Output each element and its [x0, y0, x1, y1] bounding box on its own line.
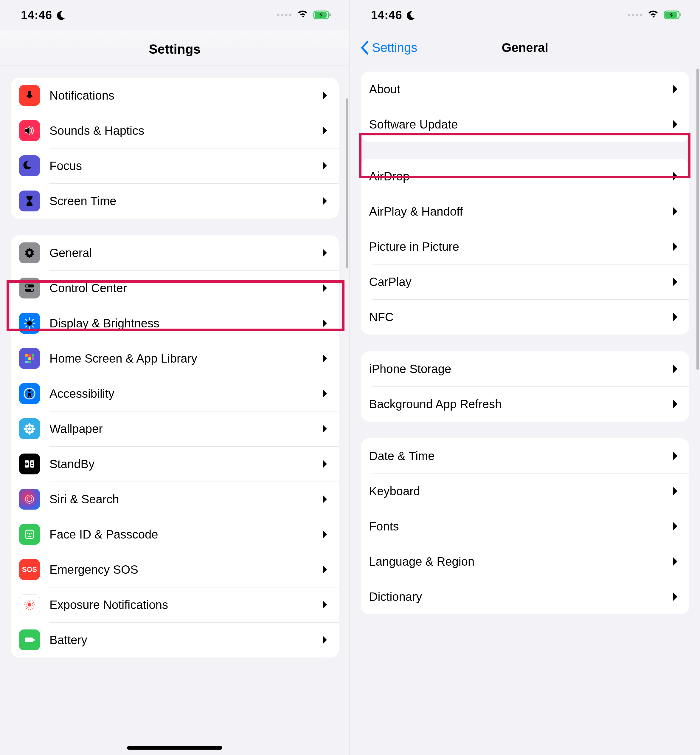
chevron-right-icon [672, 591, 678, 602]
general-row-about[interactable]: About [361, 72, 689, 107]
settings-row-accessibility[interactable]: Accessibility [11, 376, 339, 411]
general-row-background-app-refresh[interactable]: Background App Refresh [361, 387, 689, 421]
exposure-icon [19, 594, 40, 615]
settings-screen: 14:46 •••• Settings NotificationsSounds … [0, 0, 350, 755]
chevron-right-icon [672, 276, 678, 287]
row-label: Siri & Search [50, 493, 322, 506]
row-label: Display & Brightness [50, 317, 322, 330]
siri-icon [19, 489, 40, 510]
row-label: Control Center [50, 282, 322, 295]
chevron-right-icon [322, 196, 328, 206]
chevron-right-icon [322, 459, 328, 469]
settings-row-sounds-haptics[interactable]: Sounds & Haptics [11, 113, 339, 148]
chevron-right-icon [672, 312, 678, 322]
general-row-software-update[interactable]: Software Update [361, 107, 689, 142]
row-label: Dictionary [369, 590, 672, 603]
scrollbar[interactable] [697, 69, 699, 370]
general-group-about: AboutSoftware Update [361, 72, 689, 142]
standby-icon [19, 454, 40, 475]
chevron-right-icon [672, 84, 678, 94]
settings-row-display-brightness[interactable]: Display & Brightness [11, 305, 339, 341]
settings-row-siri-search[interactable]: Siri & Search [11, 482, 339, 517]
chevron-right-icon [672, 451, 678, 461]
row-label: Picture in Picture [369, 240, 672, 254]
row-label: About [369, 83, 672, 96]
general-group-airdrop: AirDropAirPlay & HandoffPicture in Pictu… [361, 159, 689, 335]
battery-charging-icon [664, 11, 682, 19]
status-bar: 14:46 •••• [350, 0, 700, 30]
settings-row-control-center[interactable]: Control Center [11, 271, 339, 305]
chevron-right-icon [672, 363, 678, 374]
back-button[interactable]: Settings [359, 41, 417, 55]
settings-group-system: GeneralControl CenterDisplay & Brightnes… [11, 235, 339, 658]
general-row-language-region[interactable]: Language & Region [361, 544, 689, 579]
general-row-airplay-handoff[interactable]: AirPlay & Handoff [361, 194, 689, 229]
settings-row-standby[interactable]: StandBy [11, 446, 339, 482]
wifi-icon [297, 9, 309, 21]
apps-icon [19, 348, 40, 369]
wifi-icon [648, 9, 659, 21]
gear-icon [19, 243, 40, 263]
chevron-right-icon [672, 556, 678, 567]
chevron-right-icon [322, 423, 328, 434]
scrollbar[interactable] [346, 99, 348, 268]
page-title: Settings [0, 42, 350, 56]
chevron-right-icon [672, 206, 678, 217]
settings-row-face-id-passcode[interactable]: Face ID & Passcode [11, 517, 339, 552]
settings-row-notifications[interactable]: Notifications [11, 78, 339, 113]
general-row-carplay[interactable]: CarPlay [361, 264, 689, 299]
row-label: StandBy [50, 457, 322, 471]
chevron-right-icon [672, 521, 678, 532]
general-row-iphone-storage[interactable]: iPhone Storage [361, 351, 689, 387]
row-label: Fonts [369, 520, 672, 533]
general-row-nfc[interactable]: NFC [361, 299, 689, 335]
row-label: Language & Region [369, 555, 672, 569]
row-label: Sounds & Haptics [50, 124, 322, 138]
general-row-keyboard[interactable]: Keyboard [361, 473, 689, 509]
settings-row-wallpaper[interactable]: Wallpaper [11, 411, 339, 446]
cellular-dots-icon: •••• [627, 10, 644, 20]
settings-row-battery[interactable]: Battery [11, 622, 339, 658]
general-row-dictionary[interactable]: Dictionary [361, 579, 689, 614]
row-label: Battery [50, 633, 322, 647]
settings-row-home-screen-app-library[interactable]: Home Screen & App Library [11, 341, 339, 376]
general-group-datetime: Date & TimeKeyboardFontsLanguage & Regio… [361, 438, 689, 614]
row-label: Background App Refresh [369, 398, 672, 411]
settings-row-screen-time[interactable]: Screen Time [11, 183, 339, 219]
home-indicator[interactable] [127, 746, 222, 750]
accessibility-icon [19, 383, 40, 404]
settings-row-focus[interactable]: Focus [11, 148, 339, 183]
general-row-airdrop[interactable]: AirDrop [361, 159, 689, 194]
row-label: Keyboard [369, 484, 672, 498]
settings-row-general[interactable]: General [11, 235, 339, 271]
status-bar: 14:46 •••• [0, 0, 350, 30]
general-row-fonts[interactable]: Fonts [361, 509, 689, 544]
chevron-right-icon [322, 353, 328, 364]
sun-icon [19, 313, 40, 334]
status-time: 14:46 [371, 8, 402, 22]
chevron-left-icon [359, 41, 371, 55]
row-label: Software Update [369, 118, 672, 131]
bell-icon [19, 85, 40, 106]
chevron-right-icon [322, 634, 328, 645]
row-label: NFC [369, 310, 672, 324]
speaker-icon [19, 120, 40, 141]
general-row-picture-in-picture[interactable]: Picture in Picture [361, 229, 689, 264]
chevron-right-icon [322, 599, 328, 610]
row-label: AirDrop [369, 170, 672, 183]
row-label: Wallpaper [50, 422, 322, 435]
chevron-right-icon [672, 399, 678, 409]
row-label: Emergency SOS [50, 563, 322, 576]
settings-row-exposure-notifications[interactable]: Exposure Notifications [11, 587, 339, 622]
row-label: Exposure Notifications [50, 598, 322, 612]
chevron-right-icon [672, 241, 678, 252]
flower-icon [19, 418, 40, 439]
general-row-date-time[interactable]: Date & Time [361, 438, 689, 473]
chevron-right-icon [322, 125, 328, 136]
row-label: Notifications [50, 89, 322, 102]
settings-row-emergency-sos[interactable]: SOSEmergency SOS [11, 552, 339, 587]
chevron-right-icon [322, 318, 328, 329]
faceid-icon [19, 524, 40, 545]
chevron-right-icon [322, 247, 328, 258]
chevron-right-icon [322, 564, 328, 575]
